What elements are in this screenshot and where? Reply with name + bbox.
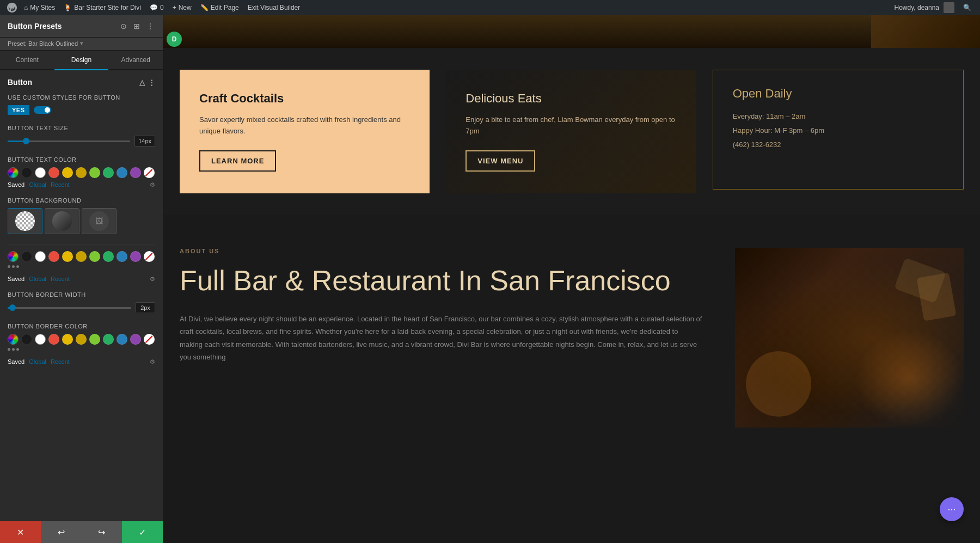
dot1[interactable]: [8, 265, 10, 268]
bg-solid-option[interactable]: [8, 208, 42, 234]
craft-cocktails-title: Craft Cocktails: [199, 91, 410, 106]
color-swatch-clear[interactable]: [144, 167, 155, 178]
more-icon[interactable]: ⋮: [145, 21, 155, 32]
text-size-value[interactable]: 14px: [134, 136, 155, 147]
tab-design[interactable]: Design: [54, 51, 109, 70]
bottom-toolbar: ✕ ↩ ↪ ✓: [0, 521, 163, 543]
bcolor2-swatch-yellow[interactable]: [62, 334, 73, 345]
color-swatch-black[interactable]: [21, 167, 32, 178]
tab-content[interactable]: Content: [0, 51, 54, 70]
bcolor2-swatch-red[interactable]: [48, 334, 59, 345]
dot2[interactable]: [12, 265, 15, 268]
layout-icon[interactable]: ⊞: [132, 21, 141, 32]
color-swatch-lime[interactable]: [89, 167, 100, 178]
border-color-picker-btn[interactable]: [8, 251, 19, 262]
color-meta-row: Saved Global Recent ⚙: [8, 181, 155, 188]
color-settings-icon[interactable]: ⚙: [150, 181, 155, 188]
border-global-tab[interactable]: Global: [29, 276, 46, 283]
divi-circle[interactable]: D: [167, 32, 182, 47]
use-custom-toggle[interactable]: [34, 106, 51, 114]
comments-menu[interactable]: 💬 0: [145, 0, 168, 15]
border-width-value[interactable]: 2px: [136, 302, 155, 313]
new-menu[interactable]: + New: [168, 0, 196, 15]
hero-section: [163, 15, 980, 48]
border-swatch-white[interactable]: [35, 251, 46, 262]
border-swatch-red[interactable]: [48, 251, 59, 262]
redo-button[interactable]: ↪: [82, 521, 122, 543]
color-picker-btn[interactable]: [8, 167, 19, 178]
border-width-slider[interactable]: [8, 307, 131, 309]
bcolor2-swatch-lime[interactable]: [89, 334, 100, 345]
panel-tabs: Content Design Advanced: [0, 51, 163, 70]
dot5[interactable]: [12, 348, 15, 351]
dot6[interactable]: [16, 348, 19, 351]
collapse-icon[interactable]: △: [139, 78, 145, 87]
undo-button[interactable]: ↩: [41, 521, 82, 543]
bcolor2-global-tab[interactable]: Global: [29, 358, 46, 365]
phone: (462) 132-6232: [733, 138, 944, 152]
color-swatch-gold[interactable]: [76, 167, 87, 178]
border-color2-picker-btn[interactable]: [8, 334, 19, 345]
site-name-menu[interactable]: 🍹 Bar Starter Site for Divi: [59, 0, 145, 15]
border-swatch-black[interactable]: [21, 251, 32, 262]
wp-logo[interactable]: [4, 0, 20, 15]
dot3[interactable]: [16, 265, 19, 268]
recent-tab[interactable]: Recent: [51, 181, 70, 188]
color-swatch-white[interactable]: [35, 167, 46, 178]
bcolor2-swatch-green[interactable]: [103, 334, 114, 345]
exit-builder-button[interactable]: Exit Visual Builder: [243, 0, 305, 15]
global-tab[interactable]: Global: [29, 181, 46, 188]
bcolor2-settings-icon[interactable]: ⚙: [150, 358, 155, 365]
view-menu-button[interactable]: VIEW MENU: [465, 150, 535, 172]
border-swatch-lime[interactable]: [89, 251, 100, 262]
divi-fab-button[interactable]: ···: [940, 497, 964, 521]
panel-preset: Preset: Bar Black Outlined ▾: [0, 38, 163, 51]
left-panel: Button Presets ⊙ ⊞ ⋮ Preset: Bar Black O…: [0, 15, 163, 543]
my-sites-menu[interactable]: ⌂ My Sites: [20, 0, 59, 15]
border-swatch-clear[interactable]: [144, 251, 155, 262]
border-settings-icon[interactable]: ⚙: [150, 276, 155, 283]
color-swatch-green[interactable]: [103, 167, 114, 178]
bcolor2-swatch-gold[interactable]: [76, 334, 87, 345]
border-swatch-blue[interactable]: [117, 251, 127, 262]
about-label: ABOUT US: [180, 248, 702, 254]
text-size-slider[interactable]: [8, 141, 130, 142]
border-saved-tab[interactable]: Saved: [8, 276, 24, 283]
about-section: ABOUT US Full Bar & Restaurant In San Fr…: [163, 215, 980, 449]
howdy-label: Howdy, deanna: [895, 4, 940, 11]
bcolor2-saved-tab[interactable]: Saved: [8, 358, 24, 365]
dot4[interactable]: [8, 348, 10, 351]
border-swatch-gold[interactable]: [76, 251, 87, 262]
panel-content: Button △ ⋮ Use Custom Styles For Button …: [0, 70, 163, 521]
saved-tab[interactable]: Saved: [8, 181, 24, 188]
border-recent-tab[interactable]: Recent: [51, 276, 70, 283]
border-swatch-green[interactable]: [103, 251, 114, 262]
color-swatch-purple[interactable]: [130, 167, 141, 178]
bcolor2-swatch-purple[interactable]: [130, 334, 141, 345]
color-swatch-blue[interactable]: [117, 167, 127, 178]
border-swatch-yellow[interactable]: [62, 251, 73, 262]
search-button[interactable]: 🔍: [959, 4, 976, 11]
border-swatch-purple[interactable]: [130, 251, 141, 262]
tab-advanced[interactable]: Advanced: [108, 51, 163, 70]
learn-more-button[interactable]: LEARN MORE: [199, 150, 276, 172]
bcolor2-swatch-white[interactable]: [35, 334, 46, 345]
bcolor2-swatch-black[interactable]: [21, 334, 32, 345]
section-more-icon[interactable]: ⋮: [148, 78, 155, 87]
bg-image-option[interactable]: 🖼: [82, 208, 117, 234]
save-icon: ✓: [139, 527, 146, 538]
bcolor2-recent-tab[interactable]: Recent: [51, 358, 70, 365]
button-text-size-label: Button Text Size: [8, 125, 155, 131]
bcolor2-meta-row: Saved Global Recent ⚙: [8, 358, 155, 365]
bg-gradient-option[interactable]: [45, 208, 79, 234]
preset-chevron-icon[interactable]: ▾: [80, 40, 83, 47]
color-swatch-red[interactable]: [48, 167, 59, 178]
bcolor2-swatch-clear[interactable]: [144, 334, 155, 345]
howdy-menu[interactable]: Howdy, deanna: [890, 2, 959, 13]
edit-page-button[interactable]: ✏️ Edit Page: [196, 0, 243, 15]
sync-icon[interactable]: ⊙: [119, 21, 128, 32]
bcolor2-swatch-blue[interactable]: [117, 334, 127, 345]
save-button[interactable]: ✓: [122, 521, 163, 543]
color-swatch-yellow[interactable]: [62, 167, 73, 178]
cancel-button[interactable]: ✕: [0, 521, 41, 543]
